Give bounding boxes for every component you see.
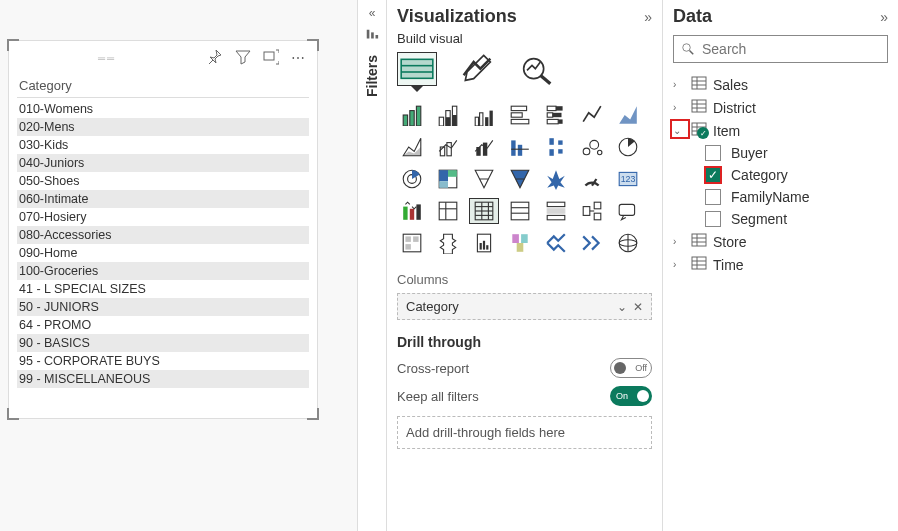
viz-type-option[interactable] [433,198,463,224]
chevron-right-icon[interactable]: › [673,259,685,270]
build-visual-tab[interactable] [397,52,437,86]
svg-rect-15 [446,117,450,126]
viz-type-option[interactable] [469,134,499,160]
chevron-right-icon[interactable]: › [673,102,685,113]
viz-type-option[interactable] [505,230,535,256]
viz-type-option[interactable] [541,198,571,224]
viz-type-option[interactable] [505,198,535,224]
viz-type-option[interactable] [505,102,535,128]
viz-type-option[interactable] [613,134,643,160]
viz-type-option[interactable] [397,198,427,224]
viz-type-option[interactable] [541,230,571,256]
remove-field-icon[interactable]: ✕ [633,300,643,314]
collapse-data-icon[interactable]: » [880,9,888,25]
chevron-right-icon[interactable]: › [673,79,685,90]
table-row[interactable]: 010-Womens [17,100,309,118]
viz-type-option[interactable] [577,102,607,128]
more-options-icon[interactable]: ⋯ [291,51,307,67]
table-row[interactable]: 41 - L SPECIAL SIZES [17,280,309,298]
focus-mode-icon[interactable] [263,49,279,68]
viz-type-option[interactable] [505,166,535,192]
field-checkbox[interactable] [705,189,721,205]
table-node-sales[interactable]: ›Sales [673,73,888,96]
drag-handle-icon[interactable]: ══ [19,53,195,64]
viz-type-option[interactable] [541,166,571,192]
viz-type-option[interactable] [469,198,499,224]
field-checkbox[interactable] [705,211,721,227]
table-row[interactable]: 060-Intimate [17,190,309,208]
table-row[interactable]: 100-Groceries [17,262,309,280]
viz-type-option[interactable] [577,230,607,256]
expand-filters-icon[interactable]: « [369,6,376,20]
viz-type-option[interactable] [577,134,607,160]
cross-report-toggle[interactable]: Off [610,358,652,378]
svg-rect-35 [511,140,515,155]
svg-rect-0 [264,52,274,60]
table-row[interactable]: 64 - PROMO [17,316,309,334]
drill-through-field-well[interactable]: Add drill-through fields here [397,416,652,449]
viz-type-option[interactable] [541,102,571,128]
columns-field-well[interactable]: Category ⌄ ✕ [397,293,652,320]
report-canvas[interactable]: ══ ⋯ Category 010-Womens020-Mens030-Kids… [0,0,357,531]
viz-type-option[interactable] [541,134,571,160]
svg-rect-21 [490,111,493,126]
table-row[interactable]: 50 - JUNIORS [17,298,309,316]
svg-rect-48 [439,170,448,181]
viz-type-option[interactable]: 123 [613,166,643,192]
table-node-time[interactable]: ›Time [673,253,888,276]
chevron-right-icon[interactable]: › [673,236,685,247]
table-row[interactable]: 90 - BASICS [17,334,309,352]
table-node-district[interactable]: ›District [673,96,888,119]
viz-type-option[interactable] [397,102,427,128]
svg-rect-3 [376,35,379,39]
table-node-store[interactable]: ›Store [673,230,888,253]
collapse-viz-icon[interactable]: » [644,9,652,25]
viz-type-option[interactable] [433,134,463,160]
table-row[interactable]: 95 - CORPORATE BUYS [17,352,309,370]
search-input[interactable] [673,35,888,63]
pin-icon[interactable] [207,49,223,68]
table-row[interactable]: 050-Shoes [17,172,309,190]
viz-type-option[interactable] [505,134,535,160]
viz-type-option[interactable] [613,198,643,224]
keep-filters-toggle[interactable]: On [610,386,652,406]
field-checkbox[interactable]: ✓ [705,167,721,183]
search-field[interactable] [700,40,879,58]
viz-type-option[interactable] [397,166,427,192]
svg-rect-57 [439,202,457,220]
table-node-item[interactable]: ⌄Item✓ [673,119,888,142]
viz-type-option[interactable] [469,102,499,128]
filters-pane-collapsed[interactable]: « Filters [357,0,387,531]
table-row[interactable]: 080-Accessories [17,226,309,244]
viz-type-option[interactable] [433,230,463,256]
table-row[interactable]: 99 - MISCELLANEOUS [17,370,309,388]
table-row[interactable]: 030-Kids [17,136,309,154]
viz-type-option[interactable] [577,166,607,192]
filter-icon[interactable] [235,49,251,68]
field-checkbox[interactable] [705,145,721,161]
table-row[interactable]: 040-Juniors [17,154,309,172]
field-buyer[interactable]: Buyer [705,142,888,164]
table-row[interactable]: 020-Mens [17,118,309,136]
viz-type-option[interactable] [577,198,607,224]
svg-rect-71 [547,215,565,219]
viz-type-option[interactable] [433,102,463,128]
field-category[interactable]: ✓Category [705,164,888,186]
viz-type-option[interactable] [397,230,427,256]
viz-type-option[interactable] [613,102,643,128]
viz-type-option[interactable] [469,166,499,192]
field-well-item[interactable]: Category [406,299,459,314]
field-familyname[interactable]: FamilyName [705,186,888,208]
viz-type-option[interactable] [397,134,427,160]
table-row[interactable]: 090-Home [17,244,309,262]
table-visual[interactable]: ══ ⋯ Category 010-Womens020-Mens030-Kids… [8,40,318,419]
chevron-down-icon[interactable]: ⌄ [617,300,627,314]
format-visual-tab[interactable] [457,52,497,86]
viz-type-option[interactable] [469,230,499,256]
svg-line-92 [690,51,694,55]
viz-type-option[interactable] [613,230,643,256]
viz-type-option[interactable] [433,166,463,192]
analytics-tab[interactable] [517,52,557,86]
table-row[interactable]: 070-Hosiery [17,208,309,226]
field-segment[interactable]: Segment [705,208,888,230]
